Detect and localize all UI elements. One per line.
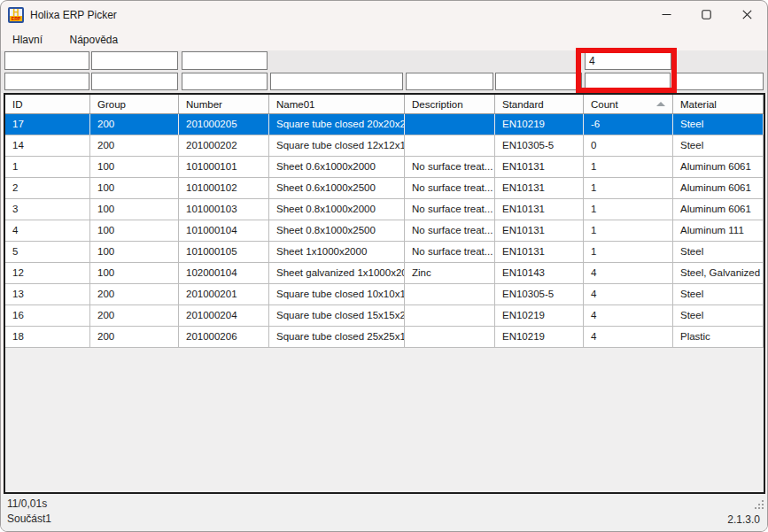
- table-cell: 100: [90, 263, 179, 283]
- table-cell: Sheet 0.6x1000x2000: [269, 157, 405, 177]
- table-cell: 102000104: [179, 263, 269, 283]
- column-header-description[interactable]: Description: [405, 95, 495, 113]
- table-cell: No surface treat...: [405, 242, 495, 262]
- filter-row1-number[interactable]: [182, 51, 268, 70]
- filter-row2-standard[interactable]: [495, 73, 582, 90]
- table-cell: No surface treat...: [405, 157, 495, 177]
- table-cell: EN10131: [495, 199, 584, 220]
- table-cell: EN10131: [495, 157, 584, 177]
- table-row[interactable]: 12100102000104Sheet galvanized 1x1000x20…: [5, 263, 764, 284]
- table-cell: 0: [584, 135, 673, 156]
- table-row[interactable]: 18200201000206Square tube closed 25x25x1…: [5, 327, 764, 348]
- column-header-name01[interactable]: Name01: [269, 95, 405, 113]
- table-cell: Steel: [673, 242, 764, 262]
- table-cell: 18: [5, 327, 90, 347]
- table-cell: [405, 284, 495, 305]
- table-cell: 201000206: [179, 327, 269, 347]
- minimize-button[interactable]: [647, 1, 687, 28]
- table-cell: No surface treat...: [405, 178, 495, 198]
- filter-row1-group[interactable]: [91, 51, 178, 70]
- column-header-standard[interactable]: Standard: [495, 95, 584, 113]
- table-cell: Plastic: [673, 327, 764, 347]
- filter-row2-name01[interactable]: [270, 73, 403, 90]
- table-cell: 201000204: [179, 305, 269, 326]
- table-cell: 4: [584, 327, 673, 347]
- table-row[interactable]: 14200201000202Square tube closed 12x12x1…: [5, 135, 764, 157]
- table-cell: 12: [5, 263, 90, 283]
- table-cell: 201000202: [179, 135, 269, 156]
- filter-row2-group[interactable]: [91, 73, 178, 90]
- table-row[interactable]: 5100101000105Sheet 1x1000x2000No surface…: [5, 242, 764, 263]
- table-cell: 1: [584, 157, 673, 177]
- window-title: Holixa ERP Picker: [30, 9, 117, 21]
- table-cell: Steel: [673, 135, 764, 156]
- table-cell: 100: [90, 199, 179, 220]
- table-row[interactable]: 3100101000103Sheet 0.8x1000x2000No surfa…: [5, 199, 764, 220]
- table-cell: 1: [584, 178, 673, 198]
- column-header-label: Material: [680, 99, 717, 110]
- table-cell: Sheet galvanized 1x1000x20...: [269, 263, 405, 283]
- column-header-count[interactable]: Count: [584, 95, 673, 113]
- filter-row2-count[interactable]: [585, 73, 671, 90]
- table-cell: Steel: [673, 284, 764, 305]
- status-result-info: 11/0,01s: [7, 497, 47, 510]
- table-cell: EN10305-5: [495, 284, 584, 305]
- table-cell: Square tube closed 15x15x2: [269, 305, 405, 326]
- filter-row1-count[interactable]: [585, 51, 671, 70]
- column-header-number[interactable]: Number: [179, 95, 269, 113]
- column-header-id[interactable]: ID: [5, 95, 90, 113]
- table-cell: Square tube closed 20x20x2: [269, 114, 405, 135]
- table-cell: 2: [5, 178, 90, 198]
- table-row[interactable]: 4100101000104Sheet 0.8x1000x2500No surfa…: [5, 220, 764, 242]
- table-row[interactable]: 13200201000201Square tube closed 10x10x1…: [5, 284, 764, 305]
- resize-grip[interactable]: [754, 500, 764, 510]
- table-cell: Aluminum 6061: [673, 157, 764, 177]
- table-cell: Sheet 0.8x1000x2500: [269, 220, 405, 241]
- menubar: Hlavní Nápověda: [1, 29, 767, 50]
- table-cell: 201000201: [179, 284, 269, 305]
- table-cell: 101000105: [179, 242, 269, 262]
- status-document-name: Součást1: [7, 513, 51, 525]
- filter-row2-description[interactable]: [406, 73, 493, 90]
- table-cell: Square tube closed 10x10x1: [269, 284, 405, 305]
- minimize-icon: [662, 10, 671, 19]
- table-row[interactable]: 17200201000205Square tube closed 20x20x2…: [5, 114, 764, 135]
- table-row[interactable]: 1100101000101Sheet 0.6x1000x2000No surfa…: [5, 157, 764, 178]
- table-cell: 101000104: [179, 220, 269, 241]
- menu-item-hlavni[interactable]: Hlavní: [1, 29, 54, 50]
- table-cell: EN10305-5: [495, 135, 584, 156]
- table-cell: [405, 305, 495, 326]
- app-icon: H ERP: [8, 7, 24, 23]
- table-cell: Zinc: [405, 263, 495, 283]
- table-row[interactable]: 16200201000204Square tube closed 15x15x2…: [5, 305, 764, 327]
- table-cell: 1: [584, 220, 673, 241]
- filter-row1-id[interactable]: [4, 51, 89, 70]
- table-cell: 101000102: [179, 178, 269, 198]
- column-header-group[interactable]: Group: [90, 95, 179, 113]
- column-header-label: ID: [12, 99, 23, 110]
- table-cell: 201000205: [179, 114, 269, 135]
- close-button[interactable]: [726, 1, 767, 28]
- titlebar[interactable]: H ERP Holixa ERP Picker: [1, 1, 767, 29]
- filter-row2-material[interactable]: [675, 73, 764, 90]
- table-cell: 200: [90, 114, 179, 135]
- column-header-label: Count: [591, 99, 618, 110]
- table-cell: 13: [5, 284, 90, 305]
- menu-item-napoveda[interactable]: Nápověda: [58, 29, 129, 50]
- table-cell: 14: [5, 135, 90, 156]
- maximize-icon: [702, 10, 711, 19]
- column-header-material[interactable]: Material: [673, 95, 764, 113]
- table-cell: 4: [584, 263, 673, 283]
- table-cell: EN10143: [495, 263, 584, 283]
- filter-row2-number[interactable]: [182, 73, 268, 90]
- filter-row2-id[interactable]: [4, 73, 89, 90]
- table-cell: 4: [584, 305, 673, 326]
- statusbar: 11/0,01s Součást1 2.1.3.0: [1, 494, 767, 531]
- table-cell: Square tube closed 12x12x1.5: [269, 135, 405, 156]
- table-cell: No surface treat...: [405, 199, 495, 220]
- table-cell: 4: [584, 284, 673, 305]
- maximize-button[interactable]: [687, 1, 726, 28]
- table-cell: 17: [5, 114, 90, 135]
- table-row[interactable]: 2100101000102Sheet 0.6x1000x2500No surfa…: [5, 178, 764, 199]
- column-header-label: Name01: [276, 99, 314, 110]
